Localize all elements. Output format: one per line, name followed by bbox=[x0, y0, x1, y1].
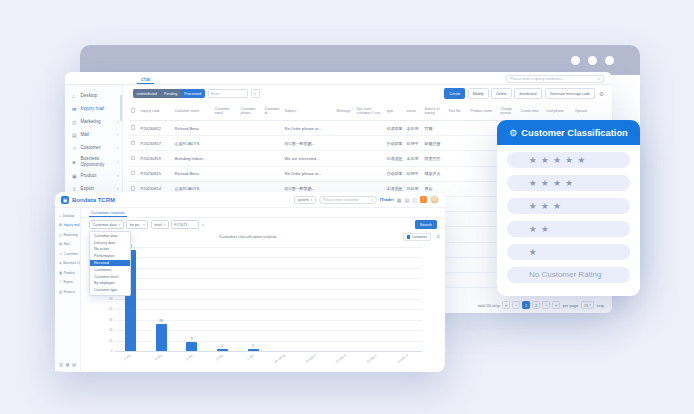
page-size-value: 15 bbox=[584, 303, 588, 308]
bar-1-star[interactable] bbox=[248, 349, 259, 351]
by-select[interactable]: for pe.. ▾ bbox=[126, 220, 148, 229]
filter-processed[interactable]: Processed bbox=[181, 89, 205, 98]
system-select[interactable]: system ▾ bbox=[294, 196, 316, 204]
search-icon[interactable]: ⌕ bbox=[202, 221, 205, 228]
dropdown-item-by-employee[interactable]: By employee bbox=[90, 280, 130, 287]
bar-3-star[interactable] bbox=[186, 342, 197, 351]
field-select[interactable]: Customer data ▾ bbox=[89, 220, 124, 229]
checkbox[interactable] bbox=[131, 141, 136, 146]
checkbox[interactable] bbox=[131, 156, 136, 161]
sidebar-item-marketing[interactable]: ◎Marketing› bbox=[65, 115, 122, 128]
finance-icon: ▥ bbox=[59, 290, 62, 294]
tab-chat[interactable]: chat bbox=[137, 76, 154, 85]
checkbox[interactable] bbox=[131, 171, 136, 176]
last-page-button[interactable]: » bbox=[552, 301, 560, 309]
cell: 领英开发 bbox=[423, 170, 447, 177]
query-input[interactable] bbox=[510, 77, 597, 81]
distribution-button[interactable]: distribution bbox=[514, 88, 542, 99]
cell bbox=[335, 173, 355, 175]
year-input[interactable] bbox=[171, 220, 199, 229]
avatar[interactable] bbox=[430, 195, 439, 204]
notification-icon[interactable]: ! bbox=[420, 196, 427, 203]
rating-none[interactable]: No Customer Rating bbox=[507, 267, 630, 284]
mini-sidebar-item-inquiry-mail[interactable]: ✉Inquiry mail bbox=[55, 221, 80, 231]
dropdown-item-customer-type[interactable]: Customer type bbox=[90, 287, 130, 294]
product-icon: ▣ bbox=[59, 271, 62, 275]
bar-2-star[interactable] bbox=[217, 349, 228, 351]
checkbox[interactable] bbox=[131, 125, 136, 130]
delete-button[interactable]: Delete bbox=[491, 88, 512, 99]
marketing-composite: chat ⌕ ⌂Desktop✉Inquiry mail◎Marketing›▤… bbox=[0, 0, 694, 414]
sidebar-item-product[interactable]: ▣Product› bbox=[65, 169, 122, 182]
row-checkbox-cell[interactable] bbox=[129, 124, 139, 132]
bar-4-star[interactable] bbox=[156, 324, 167, 351]
x-tick-label: Grade C bbox=[366, 354, 378, 365]
mini-sidebar-item-business-opportunity[interactable]: ◈Business Opportunity bbox=[55, 259, 80, 269]
mini-sidebar-item-export[interactable]: ⇪Export bbox=[55, 278, 80, 288]
dropdown-item-performance[interactable]: Performance bbox=[90, 253, 130, 260]
dropdown-item-customer-level[interactable]: Customer level bbox=[90, 273, 130, 280]
gear-icon[interactable]: ⚙ bbox=[599, 91, 604, 97]
mini-sidebar-item-product[interactable]: ▣Product bbox=[55, 268, 80, 278]
page-1-button[interactable]: 1 bbox=[522, 301, 530, 309]
chart-legend[interactable]: customer bbox=[403, 233, 431, 241]
rating-1-stars[interactable]: ★ bbox=[507, 244, 630, 261]
mini-sidebar-item-mail[interactable]: ▤Mail bbox=[55, 240, 80, 250]
fullscreen-icon[interactable]: ◫ bbox=[412, 197, 417, 203]
chart-menu-icon[interactable]: ≡ bbox=[437, 233, 440, 239]
page-2-button[interactable]: 2 bbox=[532, 301, 540, 309]
mini-sidebar-item-customer[interactable]: ☺Customer bbox=[55, 249, 80, 259]
sidebar-item-inquiry-mail[interactable]: ✉Inquiry mail bbox=[65, 102, 122, 115]
gridline bbox=[115, 257, 422, 258]
mini-sidebar-item-marketing[interactable]: ◎Marketing bbox=[55, 230, 80, 240]
next-page-button[interactable]: › bbox=[542, 301, 550, 309]
sidebar-item-mail[interactable]: ▤Mail› bbox=[65, 128, 122, 141]
rating-3-stars[interactable]: ★★★ bbox=[507, 198, 630, 215]
search-input[interactable] bbox=[208, 89, 248, 98]
statistics-tabbar: Customer statistic bbox=[81, 208, 445, 218]
dropdown-item-received[interactable]: Received bbox=[90, 260, 130, 267]
cell bbox=[469, 173, 499, 175]
cell bbox=[447, 127, 469, 129]
first-page-button[interactable]: « bbox=[502, 301, 510, 309]
level-select[interactable]: level ▾ bbox=[151, 220, 169, 229]
sidebar-item-desktop[interactable]: ⌂Desktop bbox=[65, 89, 122, 102]
modify-button[interactable]: Modify bbox=[468, 88, 489, 99]
select-all-checkbox[interactable] bbox=[129, 107, 139, 115]
page-size-select[interactable]: 15 ▾ bbox=[581, 301, 594, 309]
customer-search-input[interactable] bbox=[323, 198, 369, 202]
row-checkbox-cell[interactable] bbox=[129, 140, 139, 148]
rating-5-stars[interactable]: ★★★★★ bbox=[507, 152, 630, 169]
row-checkbox-cell[interactable] bbox=[129, 155, 139, 163]
dropdown-item-no-action[interactable]: No action bbox=[90, 246, 130, 253]
prev-page-button[interactable]: ‹ bbox=[512, 301, 520, 309]
mini-sidebar-item-desktop[interactable]: ⌂Desktop bbox=[55, 211, 80, 221]
dropdown-item-customers[interactable]: Customers bbox=[90, 266, 130, 273]
layout-icon[interactable]: ▤ bbox=[405, 197, 410, 203]
search-icon: ⌕ bbox=[254, 90, 257, 97]
sidebar-item-customer[interactable]: ☺Customer› bbox=[65, 141, 122, 154]
checkbox[interactable] bbox=[131, 108, 136, 113]
sidebar-item-business-opportunity[interactable]: ◈Business Opportunity› bbox=[65, 154, 122, 169]
search-button[interactable]: Search bbox=[415, 220, 437, 230]
tab-customer-statistic[interactable]: Customer statistic bbox=[89, 210, 127, 218]
row-checkbox-cell[interactable] bbox=[129, 170, 139, 178]
generate-message-code-button[interactable]: Generate message code bbox=[545, 88, 595, 99]
x-tick-label: 4 star bbox=[151, 354, 163, 365]
create-button[interactable]: Create bbox=[444, 88, 465, 99]
mini-sidebar-item-finance[interactable]: ▥Finance bbox=[55, 287, 80, 297]
checkbox[interactable] bbox=[131, 186, 136, 191]
column-header-doc-sent-customer-csv: Doc./sent customer #.csv bbox=[355, 106, 385, 116]
rating-4-stars[interactable]: ★★★★ bbox=[507, 175, 630, 192]
rating-2-stars[interactable]: ★★ bbox=[507, 221, 630, 238]
search-button[interactable]: ⌕ bbox=[251, 89, 260, 98]
filter-pending[interactable]: Pending bbox=[161, 89, 181, 98]
filter-undistributed[interactable]: undistributed bbox=[133, 89, 161, 98]
itrader-link[interactable]: ITrader bbox=[380, 197, 394, 202]
apps-grid-icon[interactable]: ▦ bbox=[397, 197, 402, 203]
dropdown-item-delivery-date[interactable]: Delivery date bbox=[90, 239, 130, 246]
chart-grid-icon[interactable]: ▦ bbox=[65, 362, 69, 367]
chart-list-icon[interactable]: ▤ bbox=[72, 362, 76, 367]
dropdown-item-customer-data[interactable]: Customer data bbox=[90, 233, 130, 240]
chart-bar-icon[interactable]: ▥ bbox=[59, 362, 63, 367]
